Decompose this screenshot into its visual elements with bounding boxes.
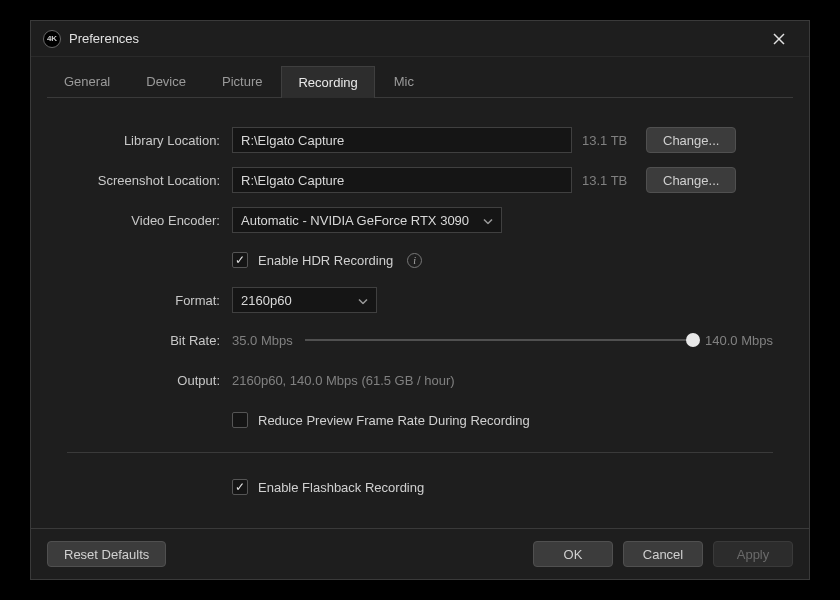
- bitrate-min-text: 35.0 Mbps: [232, 333, 293, 348]
- screenshot-location-label: Screenshot Location:: [67, 173, 232, 188]
- format-label: Format:: [67, 293, 232, 308]
- app-icon: 4K: [43, 30, 61, 48]
- tab-bar: General Device Picture Recording Mic: [47, 65, 793, 98]
- tab-mic[interactable]: Mic: [377, 65, 431, 97]
- reduce-preview-label[interactable]: Reduce Preview Frame Rate During Recordi…: [258, 413, 530, 428]
- bitrate-slider[interactable]: [305, 333, 693, 347]
- output-label: Output:: [67, 373, 232, 388]
- screenshot-size-text: 13.1 TB: [582, 173, 636, 188]
- close-icon: [773, 33, 785, 45]
- bitrate-label: Bit Rate:: [67, 333, 232, 348]
- enable-hdr-label[interactable]: Enable HDR Recording: [258, 253, 393, 268]
- dialog-footer: Reset Defaults OK Cancel Apply: [31, 528, 809, 579]
- library-location-label: Library Location:: [67, 133, 232, 148]
- tab-picture[interactable]: Picture: [205, 65, 279, 97]
- enable-flashback-label[interactable]: Enable Flashback Recording: [258, 480, 424, 495]
- screenshot-location-input[interactable]: [232, 167, 572, 193]
- titlebar: 4K Preferences: [31, 21, 809, 57]
- format-value: 2160p60: [241, 293, 292, 308]
- tab-recording[interactable]: Recording: [281, 66, 374, 98]
- reduce-preview-checkbox[interactable]: [232, 412, 248, 428]
- tab-general[interactable]: General: [47, 65, 127, 97]
- cancel-button[interactable]: Cancel: [623, 541, 703, 567]
- preferences-window: 4K Preferences General Device Picture Re…: [30, 20, 810, 580]
- enable-flashback-checkbox[interactable]: [232, 479, 248, 495]
- bitrate-slider-thumb[interactable]: [686, 333, 700, 347]
- reset-defaults-button[interactable]: Reset Defaults: [47, 541, 166, 567]
- window-title: Preferences: [69, 31, 761, 46]
- screenshot-change-button[interactable]: Change...: [646, 167, 736, 193]
- bitrate-max-text: 140.0 Mbps: [705, 333, 773, 348]
- close-button[interactable]: [761, 21, 797, 57]
- output-value: 2160p60, 140.0 Mbps (61.5 GB / hour): [232, 373, 455, 388]
- format-select[interactable]: 2160p60: [232, 287, 377, 313]
- ok-button[interactable]: OK: [533, 541, 613, 567]
- info-icon[interactable]: i: [407, 253, 422, 268]
- video-encoder-select[interactable]: Automatic - NVIDIA GeForce RTX 3090: [232, 207, 502, 233]
- chevron-down-icon: [358, 293, 368, 308]
- library-location-input[interactable]: [232, 127, 572, 153]
- window-body: General Device Picture Recording Mic Lib…: [31, 57, 809, 528]
- apply-button[interactable]: Apply: [713, 541, 793, 567]
- tab-content-recording: Library Location: 13.1 TB Change... Scre…: [47, 98, 793, 516]
- video-encoder-label: Video Encoder:: [67, 213, 232, 228]
- tab-device[interactable]: Device: [129, 65, 203, 97]
- library-size-text: 13.1 TB: [582, 133, 636, 148]
- video-encoder-value: Automatic - NVIDIA GeForce RTX 3090: [241, 213, 469, 228]
- chevron-down-icon: [483, 213, 493, 228]
- enable-hdr-checkbox[interactable]: [232, 252, 248, 268]
- section-divider: [67, 452, 773, 453]
- library-change-button[interactable]: Change...: [646, 127, 736, 153]
